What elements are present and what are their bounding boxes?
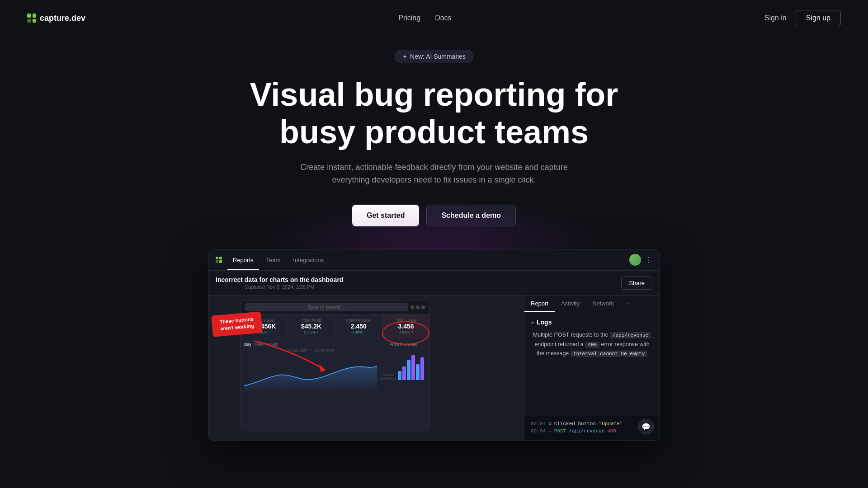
app-preview-wrapper: Reports Team Integrations ⋮ bbox=[208, 249, 660, 441]
stat-value-producer: 2.450 bbox=[340, 323, 378, 330]
hero-subtext: Create instant, actionable feedback dire… bbox=[298, 161, 570, 187]
stat-label-producer: Total Producer bbox=[340, 318, 378, 323]
signup-button[interactable]: Sign up bbox=[796, 10, 841, 26]
app-nav-right: ⋮ bbox=[629, 254, 652, 266]
stat-card-profit: Total Profit $45.2K 5.35% ↑ bbox=[288, 314, 335, 338]
terminal-method-2: POST bbox=[554, 428, 566, 434]
terminal-line-1: 00:04 ⚙ Clicked button "Update" bbox=[531, 421, 653, 427]
inner-dot-2 bbox=[416, 305, 420, 309]
inner-controls bbox=[410, 305, 425, 309]
terminal-icon-1: ⚙ bbox=[548, 421, 552, 427]
screenshot-area: These buttons aren't working Type to sea… bbox=[208, 296, 524, 440]
app-preview: Reports Team Integrations ⋮ bbox=[208, 249, 660, 441]
brand-name: capture.dev bbox=[40, 14, 85, 23]
bar-chart-bars: ● Sales ● Revenue bbox=[381, 348, 426, 380]
logs-title: ≡ Logs bbox=[531, 319, 653, 326]
logs-content: Multiple POST requests to the /api/reven… bbox=[531, 330, 653, 358]
signin-button[interactable]: Sign in bbox=[764, 14, 787, 22]
bar-1 bbox=[398, 371, 401, 380]
logs-error-message: Interval cannot be empty bbox=[571, 351, 647, 357]
share-button[interactable]: Share bbox=[621, 277, 652, 290]
inner-search-input: Type to search... bbox=[245, 303, 408, 311]
inner-dot-1 bbox=[410, 305, 414, 309]
inner-search-bar: Type to search... bbox=[241, 300, 429, 314]
tab-team[interactable]: Team bbox=[261, 254, 286, 266]
stat-label-users: Total Users bbox=[387, 318, 425, 323]
headline-line2: busy product teams bbox=[279, 114, 589, 150]
terminal-status-2: 400 bbox=[607, 428, 616, 434]
stat-value-profit: $45.2K bbox=[292, 323, 330, 330]
headline-line1: Visual bug reporting for bbox=[250, 76, 618, 113]
hero-section: ✦ New: AI Summaries Visual bug reporting… bbox=[0, 36, 868, 441]
stat-change-users: 0.99% ↑ bbox=[387, 330, 425, 334]
panel-tab-group: Report Activity Network → bbox=[524, 296, 660, 312]
svg-marker-0 bbox=[319, 364, 326, 372]
inner-dot-3 bbox=[421, 305, 425, 309]
app-navbar: Reports Team Integrations ⋮ bbox=[208, 249, 660, 271]
report-header: Incorrect data for charts on the dashboa… bbox=[208, 271, 660, 296]
terminal-arrow-2: → bbox=[548, 428, 552, 434]
avatar bbox=[629, 254, 641, 266]
navigation: capture.dev Pricing Docs Sign in Sign up bbox=[0, 0, 868, 36]
hero-cta-group: Get started Schedule a demo bbox=[27, 205, 841, 226]
report-body: These buttons aren't working Type to sea… bbox=[208, 296, 660, 440]
more-options-icon[interactable]: ⋮ bbox=[645, 256, 652, 264]
annotation-arrow bbox=[254, 341, 344, 377]
app-tab-group: Reports Team Integrations bbox=[227, 254, 329, 266]
schedule-demo-button[interactable]: Schedule a demo bbox=[426, 205, 516, 226]
stat-value-users: 3.456 bbox=[387, 323, 425, 330]
bar-chart-title: Profit this week bbox=[381, 342, 426, 347]
stat-card-users: Total Users 3.456 0.99% ↑ bbox=[382, 314, 429, 338]
bar-group bbox=[398, 353, 424, 380]
tab-integrations[interactable]: Integrations bbox=[288, 254, 329, 266]
stat-change-profit: 5.35% ↑ bbox=[292, 330, 330, 334]
bar-6 bbox=[420, 357, 424, 380]
bar-2 bbox=[402, 366, 406, 380]
report-date: Captured Nov 9, 2024, 1:35 PM bbox=[216, 284, 343, 290]
terminal-time-1: 00:04 bbox=[531, 421, 546, 427]
stat-card-producer: Total Producer 2.450 3.99% ↑ bbox=[335, 314, 383, 338]
panel-arrow-icon: → bbox=[620, 296, 634, 312]
bar-5 bbox=[416, 364, 420, 380]
feedback-icon: 💬 bbox=[642, 422, 651, 431]
tab-reports[interactable]: Reports bbox=[227, 254, 259, 266]
logs-status-code: 400 bbox=[585, 342, 599, 348]
panel-tab-activity[interactable]: Activity bbox=[555, 296, 586, 312]
logo-icon bbox=[27, 14, 36, 23]
new-feature-badge[interactable]: ✦ New: AI Summaries bbox=[395, 50, 473, 63]
nav-link-docs[interactable]: Docs bbox=[435, 14, 451, 22]
logo[interactable]: capture.dev bbox=[27, 14, 85, 23]
nav-links: Pricing Docs bbox=[398, 14, 451, 22]
right-panel: Report Activity Network → ≡ Log bbox=[524, 296, 660, 440]
inner-bar-chart: Profit this week ● Sales ● Revenue bbox=[381, 342, 426, 393]
bug-annotation: These buttons aren't working bbox=[211, 311, 263, 337]
report-title: Incorrect data for charts on the dashboa… bbox=[216, 276, 343, 283]
terminal-line-2: 00:04 → POST /api/revenue 400 bbox=[531, 428, 653, 434]
nav-actions: Sign in Sign up bbox=[764, 10, 841, 26]
logs-heading: Logs bbox=[537, 319, 552, 326]
app-nav-left: Reports Team Integrations bbox=[216, 254, 329, 266]
feedback-bubble[interactable]: 💬 bbox=[638, 419, 654, 434]
stat-change-producer: 3.99% ↑ bbox=[340, 330, 378, 334]
bar-3 bbox=[407, 360, 410, 380]
terminal-endpoint-2: /api/revenue bbox=[569, 428, 604, 434]
logs-section: ≡ Logs Multiple POST requests to the /ap… bbox=[524, 312, 660, 416]
report-info: Incorrect data for charts on the dashboa… bbox=[216, 276, 343, 290]
chart-tab-day[interactable]: Day bbox=[244, 342, 251, 347]
bar-4 bbox=[411, 355, 415, 380]
inner-stats-row: Total views $3.456K 0.45% ↑ Total Profit… bbox=[241, 314, 429, 338]
stat-label-profit: Total Profit bbox=[292, 318, 330, 323]
app-logo-small bbox=[216, 257, 222, 263]
get-started-button[interactable]: Get started bbox=[352, 205, 419, 226]
logs-menu-icon: ≡ bbox=[531, 319, 534, 325]
terminal-cmd-1: Clicked button "Update" bbox=[554, 421, 623, 427]
badge-star-icon: ✦ bbox=[402, 53, 407, 60]
bar-chart-legend: ● Sales ● Revenue bbox=[381, 373, 396, 380]
terminal-time-2: 00:04 bbox=[531, 428, 546, 434]
badge-text: New: AI Summaries bbox=[410, 53, 466, 60]
logs-endpoint: /api/revenue bbox=[610, 332, 651, 338]
hero-headline: Visual bug reporting for busy product te… bbox=[231, 76, 637, 151]
panel-tab-network[interactable]: Network bbox=[586, 296, 620, 312]
panel-tab-report[interactable]: Report bbox=[524, 296, 555, 312]
nav-link-pricing[interactable]: Pricing bbox=[398, 14, 420, 22]
